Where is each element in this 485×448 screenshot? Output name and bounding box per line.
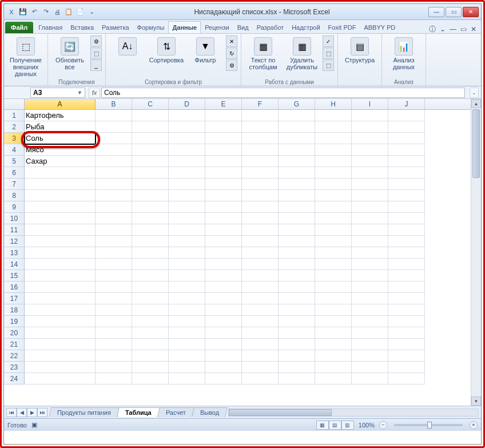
row-header-16[interactable]: 16 xyxy=(4,282,25,293)
cell-H5[interactable] xyxy=(315,156,352,167)
doc-minimize-icon[interactable]: — xyxy=(449,25,457,33)
cell-A19[interactable] xyxy=(25,316,96,327)
cell-J6[interactable] xyxy=(388,167,425,179)
cell-E5[interactable] xyxy=(205,156,242,167)
cell-A21[interactable] xyxy=(25,339,96,350)
cell-I4[interactable] xyxy=(352,144,388,156)
row-header-8[interactable]: 8 xyxy=(4,190,25,201)
cell-B17[interactable] xyxy=(96,293,132,304)
cell-B15[interactable] xyxy=(96,270,132,282)
cell-A18[interactable] xyxy=(25,304,96,316)
cell-G11[interactable] xyxy=(279,224,315,236)
cell-E8[interactable] xyxy=(205,190,242,201)
cell-F1[interactable] xyxy=(242,110,279,121)
cell-C19[interactable] xyxy=(132,316,169,327)
cell-C6[interactable] xyxy=(132,167,169,179)
sheet-tab-Расчет[interactable]: Расчет xyxy=(157,407,194,417)
cell-B13[interactable] xyxy=(96,247,132,259)
column-header-J[interactable]: J xyxy=(388,99,425,109)
ribbon-tab-главная[interactable]: Главная xyxy=(34,21,66,33)
cell-B7[interactable] xyxy=(96,179,132,190)
cell-G8[interactable] xyxy=(279,190,315,201)
cell-J2[interactable] xyxy=(388,121,425,133)
cell-F17[interactable] xyxy=(242,293,279,304)
cell-D1[interactable] xyxy=(169,110,205,121)
ribbon-small-3-0[interactable]: ✓ xyxy=(323,35,334,47)
sheet-nav-next[interactable]: ▶ xyxy=(27,408,37,417)
cell-F15[interactable] xyxy=(242,270,279,282)
cell-B14[interactable] xyxy=(96,259,132,270)
scroll-thumb[interactable] xyxy=(472,109,480,178)
cell-B23[interactable] xyxy=(96,362,132,373)
cell-H8[interactable] xyxy=(315,190,352,201)
ribbon-tab-вид[interactable]: Вид xyxy=(233,21,253,33)
cell-J1[interactable] xyxy=(388,110,425,121)
sheet-tab-Таблица[interactable]: Таблица xyxy=(117,407,160,417)
cell-H22[interactable] xyxy=(315,350,352,362)
cell-H3[interactable] xyxy=(315,133,352,144)
cell-I15[interactable] xyxy=(352,270,388,282)
cell-I11[interactable] xyxy=(352,224,388,236)
view-pagebreak-button[interactable]: ▥ xyxy=(341,421,354,430)
cell-A7[interactable] xyxy=(25,179,96,190)
cell-J17[interactable] xyxy=(388,293,425,304)
cell-I17[interactable] xyxy=(352,293,388,304)
cell-E19[interactable] xyxy=(205,316,242,327)
ribbon-tab-foxit pdf[interactable]: Foxit PDF xyxy=(324,21,360,33)
cell-J16[interactable] xyxy=(388,282,425,293)
cell-C23[interactable] xyxy=(132,362,169,373)
cell-B5[interactable] xyxy=(96,156,132,167)
cell-G16[interactable] xyxy=(279,282,315,293)
cell-B20[interactable] xyxy=(96,327,132,339)
cell-A2[interactable]: Рыба xyxy=(25,121,96,133)
cell-G6[interactable] xyxy=(279,167,315,179)
cell-I19[interactable] xyxy=(352,316,388,327)
cell-D21[interactable] xyxy=(169,339,205,350)
cell-G10[interactable] xyxy=(279,213,315,224)
view-layout-button[interactable]: ▤ xyxy=(329,421,341,430)
cell-F3[interactable] xyxy=(242,133,279,144)
qat-button-4[interactable]: 🖨 xyxy=(52,7,62,17)
cell-G12[interactable] xyxy=(279,236,315,247)
column-header-B[interactable]: B xyxy=(96,99,132,109)
cell-J21[interactable] xyxy=(388,339,425,350)
chevron-down-icon[interactable]: ▼ xyxy=(77,90,82,96)
cell-D3[interactable] xyxy=(169,133,205,144)
cell-H9[interactable] xyxy=(315,201,352,213)
cell-J10[interactable] xyxy=(388,213,425,224)
cell-F21[interactable] xyxy=(242,339,279,350)
cell-F4[interactable] xyxy=(242,144,279,156)
cell-C16[interactable] xyxy=(132,282,169,293)
cell-I1[interactable] xyxy=(352,110,388,121)
cell-C18[interactable] xyxy=(132,304,169,316)
cell-A22[interactable] xyxy=(25,350,96,362)
ribbon-small-1-2[interactable]: ⎯ xyxy=(90,60,102,71)
cell-G19[interactable] xyxy=(279,316,315,327)
vertical-scrollbar[interactable]: ▲ ▼ xyxy=(471,99,481,406)
horizontal-scrollbar[interactable] xyxy=(228,409,479,417)
row-header-20[interactable]: 20 xyxy=(4,327,25,339)
ribbon-small-1-1[interactable]: ⬚ xyxy=(90,47,102,59)
column-header-A[interactable]: A xyxy=(25,99,96,109)
cell-I3[interactable] xyxy=(352,133,388,144)
cell-D10[interactable] xyxy=(169,213,205,224)
zoom-handle[interactable] xyxy=(427,422,432,429)
cell-E1[interactable] xyxy=(205,110,242,121)
qat-button-0[interactable]: X xyxy=(6,7,17,17)
cell-E20[interactable] xyxy=(205,327,242,339)
cell-I24[interactable] xyxy=(352,373,388,384)
cell-D8[interactable] xyxy=(169,190,205,201)
cell-E3[interactable] xyxy=(205,133,242,144)
cell-I8[interactable] xyxy=(352,190,388,201)
cell-J18[interactable] xyxy=(388,304,425,316)
cell-A6[interactable] xyxy=(25,167,96,179)
cell-H20[interactable] xyxy=(315,327,352,339)
qat-button-2[interactable]: ↶ xyxy=(29,7,39,17)
fx-button[interactable]: fx xyxy=(89,88,100,98)
minimize-button[interactable]: — xyxy=(428,7,444,17)
row-header-1[interactable]: 1 xyxy=(4,110,25,121)
name-box[interactable]: A3 ▼ xyxy=(30,88,85,98)
cell-E4[interactable] xyxy=(205,144,242,156)
cell-F16[interactable] xyxy=(242,282,279,293)
ribbon-tab-надстрой[interactable]: Надстрой xyxy=(288,21,324,33)
